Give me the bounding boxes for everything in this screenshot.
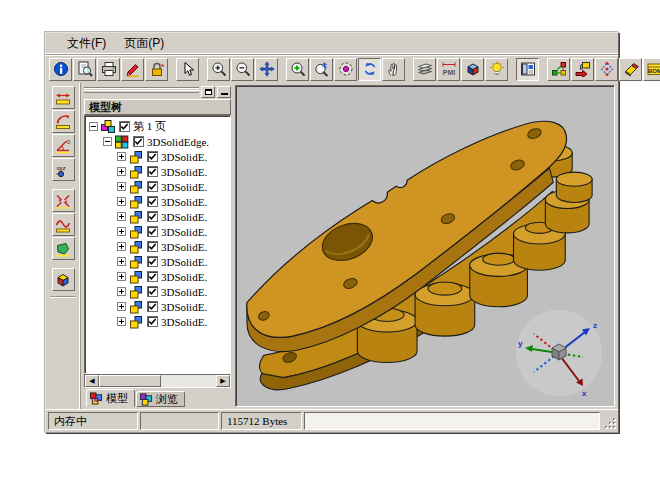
panel-gripper[interactable] — [84, 85, 231, 98]
tab-browse[interactable]: 浏览 — [136, 391, 185, 407]
zoom-in-button[interactable] — [207, 58, 230, 81]
tree-node-label[interactable]: 第 1 页 — [133, 119, 166, 134]
visibility-checkbox[interactable] — [147, 286, 158, 297]
measure-radius-button[interactable] — [52, 110, 75, 133]
visibility-checkbox[interactable] — [147, 271, 158, 282]
move-part-button[interactable] — [571, 58, 594, 81]
measure-volume-button[interactable] — [52, 268, 75, 291]
tree-hscrollbar[interactable]: ◀ ▶ — [84, 374, 231, 388]
visibility-checkbox[interactable] — [147, 241, 158, 252]
zoom-out-button[interactable] — [231, 58, 254, 81]
pmi-button[interactable]: PMI — [437, 58, 460, 81]
eraser-button[interactable] — [619, 58, 642, 81]
scroll-thumb[interactable] — [99, 375, 161, 387]
tree-node-label[interactable]: 3DSolidE. — [161, 211, 207, 223]
rotate-button[interactable] — [358, 58, 381, 81]
expand-plus-icon[interactable] — [117, 152, 126, 161]
layers-button[interactable] — [413, 58, 436, 81]
tree-node[interactable]: 3DSolidE. — [87, 239, 230, 254]
tab-model[interactable]: M模型 — [86, 389, 135, 407]
markup-pen-button[interactable] — [121, 58, 144, 81]
tree-node-label[interactable]: 3DSolidE. — [161, 241, 207, 253]
viewport-3d[interactable]: z x y — [235, 85, 615, 407]
measure-gap-button[interactable] — [52, 189, 75, 212]
scroll-right-button[interactable]: ▶ — [216, 375, 230, 387]
protect-key-button[interactable] — [145, 58, 168, 81]
info-button[interactable] — [49, 58, 72, 81]
visibility-checkbox[interactable] — [147, 316, 158, 327]
collapse-minus-icon[interactable] — [103, 137, 112, 146]
visibility-checkbox[interactable] — [147, 301, 158, 312]
expand-plus-icon[interactable] — [117, 167, 126, 176]
zoom-window-button[interactable] — [286, 58, 309, 81]
expand-plus-icon[interactable] — [117, 302, 126, 311]
visibility-checkbox[interactable] — [147, 226, 158, 237]
tree-node-label[interactable]: 3DSolidE. — [161, 256, 207, 268]
tree-node-label[interactable]: 3DSolidE. — [161, 196, 207, 208]
light-button[interactable] — [485, 58, 508, 81]
expand-plus-icon[interactable] — [117, 197, 126, 206]
measure-area-button[interactable] — [52, 237, 75, 260]
tree-node[interactable]: 第 1 页 — [87, 119, 230, 134]
menu-item-page[interactable]: 页面(P) — [117, 33, 171, 54]
tree-node[interactable]: 3DSolidE. — [87, 194, 230, 209]
scroll-track[interactable] — [161, 375, 216, 387]
visibility-checkbox[interactable] — [119, 121, 130, 132]
tree-node[interactable]: 3DSolidE. — [87, 299, 230, 314]
model-tree[interactable]: 第 1 页3DSolidEdge.3DSolidE.3DSolidE.3DSol… — [84, 115, 231, 374]
collapse-minus-icon[interactable] — [89, 122, 98, 131]
visibility-checkbox[interactable] — [133, 136, 144, 147]
panel-toggle-button[interactable] — [516, 58, 539, 81]
tree-node[interactable]: 3DSolidE. — [87, 284, 230, 299]
hand-button[interactable] — [382, 58, 405, 81]
tree-node[interactable]: 3DSolidEdge. — [87, 134, 230, 149]
resize-grip[interactable] — [602, 412, 617, 430]
visibility-checkbox[interactable] — [147, 211, 158, 222]
tree-node[interactable]: 3DSolidE. — [87, 254, 230, 269]
visibility-checkbox[interactable] — [147, 151, 158, 162]
tree-node-label[interactable]: 3DSolidE. — [161, 226, 207, 238]
expand-plus-icon[interactable] — [117, 212, 126, 221]
expand-plus-icon[interactable] — [117, 242, 126, 251]
visibility-checkbox[interactable] — [147, 256, 158, 267]
visibility-checkbox[interactable] — [147, 196, 158, 207]
view-cube-button[interactable] — [461, 58, 484, 81]
select-cursor-button[interactable] — [176, 58, 199, 81]
expand-plus-icon[interactable] — [117, 317, 126, 326]
visibility-checkbox[interactable] — [147, 166, 158, 177]
orbit-button[interactable] — [334, 58, 357, 81]
visibility-checkbox[interactable] — [147, 181, 158, 192]
zoom-dynamic-button[interactable] — [310, 58, 333, 81]
tree-node[interactable]: 3DSolidE. — [87, 224, 230, 239]
expand-plus-icon[interactable] — [117, 287, 126, 296]
print-preview-button[interactable] — [73, 58, 96, 81]
tree-node-label[interactable]: 3DSolidE. — [161, 151, 207, 163]
scroll-left-button[interactable]: ◀ — [85, 375, 99, 387]
tree-node-label[interactable]: 3DSolidE. — [161, 181, 207, 193]
measure-xyz-button[interactable]: xyz — [52, 158, 75, 181]
expand-plus-icon[interactable] — [117, 182, 126, 191]
tree-node[interactable]: 3DSolidE. — [87, 314, 230, 329]
menu-item-file[interactable]: 文件(F) — [60, 33, 113, 54]
tree-node-label[interactable]: 3DSolidEdge. — [147, 136, 209, 148]
expand-plus-icon[interactable] — [117, 257, 126, 266]
panel-hide-button[interactable] — [217, 86, 231, 98]
print-button[interactable] — [97, 58, 120, 81]
expand-plus-icon[interactable] — [117, 227, 126, 236]
tree-node[interactable]: 3DSolidE. — [87, 149, 230, 164]
measure-curve-button[interactable] — [52, 213, 75, 236]
tree-node-label[interactable]: 3DSolidE. — [161, 316, 207, 328]
tree-node[interactable]: 3DSolidE. — [87, 179, 230, 194]
tree-node[interactable]: 3DSolidE. — [87, 269, 230, 284]
orbit-widget[interactable]: z x y — [512, 306, 606, 400]
measure-distance-button[interactable] — [52, 86, 75, 109]
tree-node[interactable]: 3DSolidE. — [87, 164, 230, 179]
tree-node-label[interactable]: 3DSolidE. — [161, 271, 207, 283]
tree-node-label[interactable]: 3DSolidE. — [161, 166, 207, 178]
pan-button[interactable] — [255, 58, 278, 81]
measure-angle-button[interactable]: 0 — [52, 134, 75, 157]
tree-node-label[interactable]: 3DSolidE. — [161, 301, 207, 313]
expand-plus-icon[interactable] — [117, 272, 126, 281]
bom-button[interactable]: BOM — [643, 58, 660, 81]
panel-maximize-button[interactable] — [201, 86, 215, 98]
